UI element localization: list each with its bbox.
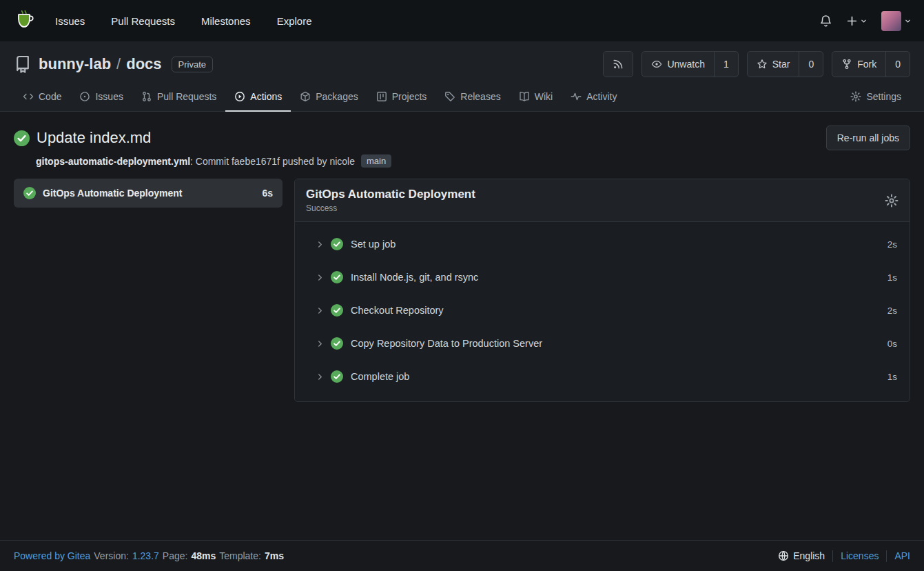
footer-meta: Powered by Gitea Version: 1.23.7 Page: 4… bbox=[14, 550, 284, 561]
star-button[interactable]: Star bbox=[748, 52, 799, 77]
rerun-all-jobs-button[interactable]: Re-run all jobs bbox=[826, 126, 910, 150]
repo-name-link[interactable]: docs bbox=[126, 55, 161, 73]
stars-count[interactable]: 0 bbox=[799, 52, 823, 77]
tab-projects[interactable]: Projects bbox=[367, 83, 436, 112]
tab-wiki[interactable]: Wiki bbox=[510, 83, 562, 112]
step-success-check-icon bbox=[331, 271, 343, 283]
star-icon bbox=[757, 59, 768, 70]
step-duration: 2s bbox=[887, 239, 897, 250]
step-row[interactable]: Complete job 1s bbox=[295, 360, 910, 393]
chevron-right-icon bbox=[316, 306, 325, 315]
rss-feed-button[interactable] bbox=[604, 52, 633, 77]
pull-request-icon bbox=[141, 91, 152, 102]
tab-code[interactable]: Code bbox=[14, 83, 70, 112]
package-icon bbox=[300, 91, 311, 102]
workflow-file-link[interactable]: gitops-automatic-deployment.yml bbox=[36, 156, 190, 167]
tab-issues[interactable]: Issues bbox=[70, 83, 132, 112]
create-new-button[interactable] bbox=[846, 15, 867, 27]
job-name: GitOps Automatic Deployment bbox=[43, 188, 255, 199]
page-time-value: 48ms bbox=[191, 550, 216, 561]
step-duration: 0s bbox=[887, 339, 897, 349]
actions-run-view: Update index.md Re-run all jobs gitops-a… bbox=[0, 112, 924, 402]
job-detail-title: GitOps Automatic Deployment bbox=[306, 188, 475, 201]
repo-tab-bar: Code Issues Pull Requests Actions Packag… bbox=[14, 83, 910, 111]
run-subtitle: gitops-automatic-deployment.yml: Commit … bbox=[0, 153, 924, 168]
step-duration: 2s bbox=[887, 305, 897, 316]
run-body: GitOps Automatic Deployment 6s GitOps Au… bbox=[0, 168, 924, 402]
fork-label: Fork bbox=[857, 59, 876, 70]
repo-title: bunny-lab/docs bbox=[39, 55, 162, 73]
template-time-label: Template: bbox=[219, 550, 261, 561]
tab-actions[interactable]: Actions bbox=[225, 83, 291, 112]
job-detail-panel: GitOps Automatic Deployment Success Set … bbox=[294, 179, 910, 402]
forks-count[interactable]: 0 bbox=[885, 52, 910, 77]
nav-item-issues[interactable]: Issues bbox=[55, 15, 85, 27]
repo-owner-link[interactable]: bunny-lab bbox=[39, 55, 111, 73]
commit-sha-link[interactable]: faebe1671f bbox=[232, 156, 280, 167]
repo-icon bbox=[14, 55, 32, 73]
settings-gear-icon bbox=[850, 91, 861, 102]
globe-icon bbox=[778, 550, 789, 561]
api-link[interactable]: API bbox=[894, 550, 910, 561]
job-item[interactable]: GitOps Automatic Deployment 6s bbox=[14, 179, 283, 208]
chevron-right-icon bbox=[316, 240, 325, 249]
branch-badge[interactable]: main bbox=[361, 154, 391, 168]
step-name: Checkout Repository bbox=[351, 305, 444, 316]
tab-settings[interactable]: Settings bbox=[841, 83, 910, 112]
user-menu-button[interactable] bbox=[881, 11, 912, 31]
step-success-check-icon bbox=[331, 238, 343, 250]
tab-activity[interactable]: Activity bbox=[562, 83, 626, 112]
job-success-check-icon bbox=[23, 187, 36, 199]
step-duration: 1s bbox=[887, 272, 897, 283]
job-options-button[interactable] bbox=[885, 194, 899, 208]
nav-item-explore[interactable]: Explore bbox=[277, 15, 312, 27]
star-button-group: Star 0 bbox=[747, 51, 823, 77]
version-link[interactable]: 1.23.7 bbox=[132, 550, 159, 561]
activity-pulse-icon bbox=[571, 91, 582, 102]
unwatch-label: Unwatch bbox=[667, 59, 704, 70]
chevron-right-icon bbox=[316, 372, 325, 381]
chevron-right-icon bbox=[316, 273, 325, 282]
job-list: GitOps Automatic Deployment 6s bbox=[14, 179, 283, 208]
step-success-check-icon bbox=[331, 370, 343, 383]
fork-button[interactable]: Fork bbox=[832, 52, 885, 77]
nav-item-milestones[interactable]: Milestones bbox=[201, 15, 251, 27]
gitea-logo[interactable] bbox=[12, 9, 36, 32]
visibility-badge: Private bbox=[172, 57, 213, 72]
page-time-label: Page: bbox=[163, 550, 188, 561]
run-success-check-icon bbox=[14, 130, 30, 146]
tab-pull-requests[interactable]: Pull Requests bbox=[132, 83, 225, 112]
chevron-right-icon bbox=[316, 339, 325, 348]
navbar-right-controls bbox=[819, 11, 912, 31]
nav-item-pull-requests[interactable]: Pull Requests bbox=[111, 15, 175, 27]
fork-icon bbox=[841, 59, 852, 70]
code-icon bbox=[23, 91, 34, 102]
powered-by-gitea-link[interactable]: Powered by Gitea bbox=[14, 550, 90, 561]
tag-icon bbox=[444, 91, 455, 102]
job-duration: 6s bbox=[262, 188, 273, 199]
licenses-link[interactable]: Licenses bbox=[841, 550, 879, 561]
author-link[interactable]: nicole bbox=[329, 156, 355, 167]
notifications-button[interactable] bbox=[819, 14, 832, 28]
fork-button-group: Fork 0 bbox=[832, 51, 910, 77]
language-selector[interactable]: English bbox=[778, 550, 825, 561]
step-row[interactable]: Checkout Repository 2s bbox=[295, 294, 910, 327]
step-name: Install Node.js, git, and rsync bbox=[351, 272, 478, 283]
tab-releases[interactable]: Releases bbox=[435, 83, 509, 112]
step-row[interactable]: Set up job 2s bbox=[295, 228, 910, 261]
rss-button-group bbox=[603, 51, 633, 77]
step-success-check-icon bbox=[331, 304, 343, 317]
step-row[interactable]: Copy Repository Data to Production Serve… bbox=[295, 327, 910, 360]
watchers-count[interactable]: 1 bbox=[714, 52, 738, 77]
step-row[interactable]: Install Node.js, git, and rsync 1s bbox=[295, 261, 910, 294]
page-footer: Powered by Gitea Version: 1.23.7 Page: 4… bbox=[0, 540, 924, 571]
tab-packages[interactable]: Packages bbox=[291, 83, 367, 112]
bell-icon bbox=[819, 14, 832, 28]
top-navbar: Issues Pull Requests Milestones Explore bbox=[0, 0, 924, 41]
footer-divider bbox=[886, 550, 887, 562]
repo-header: bunny-lab/docs Private Unwatch 1 Star 0 … bbox=[0, 41, 924, 112]
unwatch-button[interactable]: Unwatch bbox=[642, 52, 713, 77]
issue-icon bbox=[79, 91, 90, 102]
job-status: Success bbox=[306, 203, 475, 213]
version-label: Version: bbox=[94, 550, 129, 561]
